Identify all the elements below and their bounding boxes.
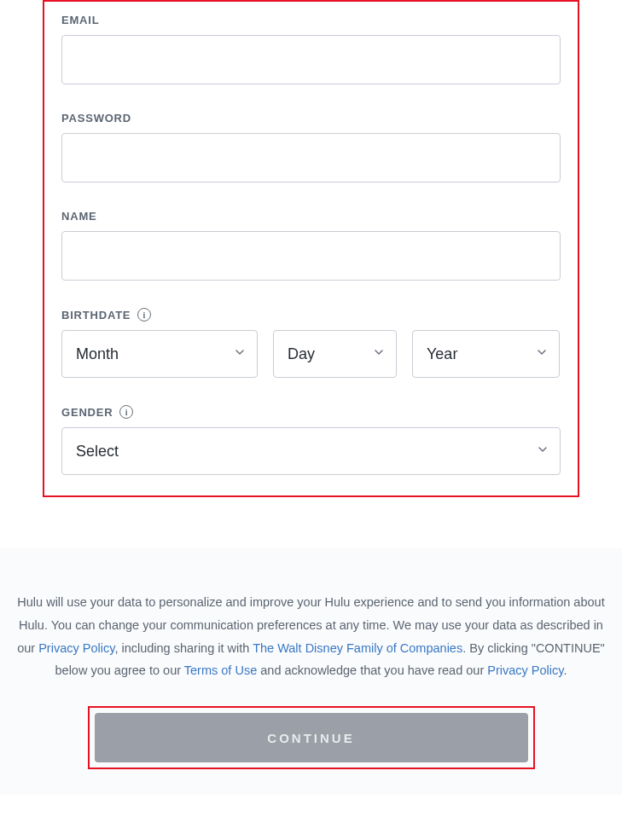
- day-select[interactable]: Day: [273, 330, 397, 378]
- birthdate-field-group: BIRTHDATE i Month Day: [61, 308, 561, 378]
- legal-part5: .: [563, 663, 567, 677]
- privacy-policy-link-2[interactable]: Privacy Policy: [487, 663, 563, 677]
- gender-field-group: GENDER i Select: [61, 405, 561, 475]
- name-label: NAME: [61, 210, 561, 223]
- day-select-wrap: Day: [273, 330, 397, 378]
- info-icon[interactable]: i: [119, 405, 133, 419]
- disney-companies-link[interactable]: The Walt Disney Family of Companies: [253, 641, 462, 655]
- email-field-group: EMAIL: [61, 14, 561, 84]
- birthdate-label-text: BIRTHDATE: [61, 309, 131, 322]
- password-field-group: PASSWORD: [61, 112, 561, 182]
- name-field-group: NAME: [61, 210, 561, 281]
- gender-label-text: GENDER: [61, 406, 113, 419]
- gender-label: GENDER i: [61, 405, 561, 419]
- password-input[interactable]: [61, 133, 561, 182]
- info-icon[interactable]: i: [137, 308, 151, 322]
- gender-select-wrap: Select: [61, 427, 561, 475]
- gender-select[interactable]: Select: [61, 427, 561, 475]
- month-select-wrap: Month: [61, 330, 258, 378]
- legal-part4: and acknowledge that you have read our: [257, 663, 487, 677]
- name-input[interactable]: [61, 231, 561, 281]
- legal-text: Hulu will use your data to personalize a…: [17, 591, 605, 682]
- birthdate-row: Month Day Year: [61, 330, 561, 378]
- birthdate-label: BIRTHDATE i: [61, 308, 561, 322]
- terms-of-use-link[interactable]: Terms of Use: [184, 663, 257, 677]
- email-input[interactable]: [61, 35, 561, 84]
- password-label: PASSWORD: [61, 112, 561, 125]
- year-select[interactable]: Year: [412, 330, 560, 378]
- email-label: EMAIL: [61, 14, 561, 26]
- footer-section: Hulu will use your data to personalize a…: [0, 548, 622, 795]
- continue-button[interactable]: CONTINUE: [95, 713, 528, 762]
- legal-part2: , including sharing it with: [114, 641, 253, 655]
- year-select-wrap: Year: [412, 330, 560, 378]
- month-select[interactable]: Month: [61, 330, 258, 378]
- continue-button-highlight: CONTINUE: [88, 706, 535, 769]
- privacy-policy-link[interactable]: Privacy Policy: [38, 641, 114, 655]
- signup-form: EMAIL PASSWORD NAME BIRTHDATE i Month: [43, 0, 579, 497]
